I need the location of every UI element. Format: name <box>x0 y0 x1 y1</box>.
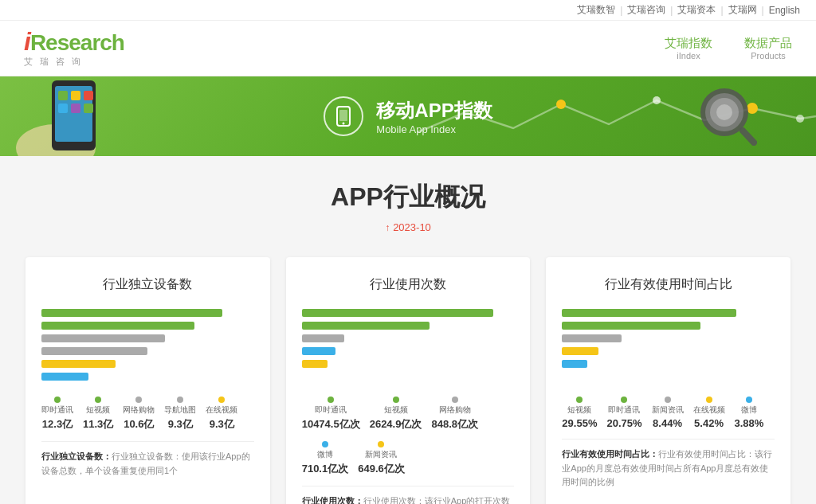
bar-6 <box>41 373 88 381</box>
value-4: 9.3亿 <box>168 417 193 432</box>
top-nav: 艾瑞数智 | 艾瑞咨询 | 艾瑞资本 | 艾瑞网 | English <box>0 0 816 21</box>
nav-sublabel-products: Products <box>744 51 792 61</box>
time-label-4: 在线视频 <box>693 404 725 416</box>
usage-value-5: 649.6亿次 <box>358 462 405 476</box>
label-5: 在线视频 <box>206 404 237 416</box>
usage-legend-5: 新闻资讯 649.6亿次 <box>358 441 405 476</box>
svg-point-12 <box>796 115 804 123</box>
value-3: 10.6亿 <box>124 417 154 432</box>
card-usage-desc: 行业使用次数：行业使用次数：该行业App的打开次数 <box>302 486 515 504</box>
svg-rect-6 <box>58 104 68 113</box>
nav-label-products: 数据产品 <box>744 36 792 51</box>
nav-label-iindex: 艾瑞指数 <box>665 36 712 51</box>
legend-item-3: 网络购物 10.6亿 <box>123 397 155 432</box>
usage-value-4: 710.1亿次 <box>302 462 349 476</box>
usage-value-2: 2624.9亿次 <box>370 417 422 432</box>
svg-rect-5 <box>84 91 93 100</box>
topnav-item-airidata[interactable]: 艾瑞数智 <box>577 3 615 17</box>
time-legend-2: 即时通讯 20.75% <box>606 397 641 429</box>
topnav-item-airiresearch[interactable]: 艾瑞咨询 <box>627 3 665 17</box>
card-devices: 行业独立设备数 即时通讯 12.3亿 短视频 11.3亿 <box>26 257 270 504</box>
legend-item-1: 即时通讯 12.3亿 <box>41 397 73 432</box>
bar-4 <box>41 347 147 355</box>
nav-item-products[interactable]: 数据产品 Products <box>744 36 792 61</box>
time-bar-5 <box>562 360 587 368</box>
topnav-item-airinet[interactable]: 艾瑞网 <box>728 3 757 17</box>
nav-item-iindex[interactable]: 艾瑞指数 iIndex <box>665 36 712 61</box>
card-devices-title: 行业独立设备数 <box>41 276 254 293</box>
time-value-1: 29.55% <box>562 417 597 429</box>
sep3: | <box>720 5 723 16</box>
label-2: 短视频 <box>86 404 110 416</box>
time-label-5: 微博 <box>741 404 757 416</box>
time-dot-3 <box>665 397 671 403</box>
time-dot-2 <box>621 397 627 403</box>
usage-desc-highlight: 行业使用次数： <box>302 496 363 504</box>
svg-rect-4 <box>71 91 80 100</box>
time-value-3: 8.44% <box>653 417 682 429</box>
time-bar-3 <box>562 334 622 342</box>
topnav-item-airicapital[interactable]: 艾瑞资本 <box>677 3 716 17</box>
bars-usage <box>302 309 515 368</box>
usage-dot-1 <box>328 397 334 403</box>
logo-i: i <box>24 27 30 56</box>
card-usage-title: 行业使用次数 <box>302 276 515 293</box>
usage-bar-5 <box>302 360 328 368</box>
legend-usage: 即时通讯 10474.5亿次 短视频 2624.9亿次 网络购物 848.8亿次… <box>302 397 515 476</box>
time-legend-5: 微博 3.88% <box>735 397 764 429</box>
sep1: | <box>620 5 622 16</box>
banner-subtitle: Mobile App Index <box>376 123 492 135</box>
legend-item-2: 短视频 11.3亿 <box>83 397 113 432</box>
logo: iResearch 艾 瑞 咨 询 <box>24 29 124 68</box>
svg-point-16 <box>716 104 732 120</box>
svg-point-10 <box>653 96 661 104</box>
usage-value-1: 10474.5亿次 <box>302 417 360 432</box>
value-5: 9.3亿 <box>210 417 234 432</box>
usage-dot-4 <box>322 441 328 447</box>
svg-rect-3 <box>58 91 68 100</box>
logo-text: iResearch <box>24 29 124 54</box>
time-value-4: 5.42% <box>694 417 724 429</box>
dot-5 <box>218 397 225 403</box>
time-legend-3: 新闻资讯 8.44% <box>652 397 684 429</box>
magnifier-decoration <box>688 80 760 154</box>
cards-row: 行业独立设备数 即时通讯 12.3亿 短视频 11.3亿 <box>26 257 790 504</box>
bar-2 <box>41 322 194 330</box>
logo-research: Research <box>30 30 124 55</box>
dot-1 <box>54 397 61 403</box>
svg-rect-19 <box>339 110 347 121</box>
time-label-3: 新闻资讯 <box>652 404 684 416</box>
usage-dot-3 <box>452 397 458 403</box>
label-3: 网络购物 <box>123 404 155 416</box>
card-time: 行业有效使用时间占比 短视频 29.55% 即时通讯 20.75% <box>546 257 790 504</box>
time-label-2: 即时通讯 <box>608 404 640 416</box>
dot-3 <box>135 397 142 403</box>
header-nav: 艾瑞指数 iIndex 数据产品 Products <box>665 36 792 61</box>
time-desc-highlight: 行业有效使用时间占比： <box>562 449 658 459</box>
usage-label-1: 即时通讯 <box>315 404 347 416</box>
sep4: | <box>762 5 764 16</box>
time-value-2: 20.75% <box>606 417 641 429</box>
time-bar-2 <box>562 322 700 330</box>
dot-2 <box>95 397 101 403</box>
page-date: 2023-10 <box>26 221 790 233</box>
time-legend-4: 在线视频 5.42% <box>693 397 725 429</box>
usage-bar-1 <box>302 309 493 317</box>
page-title: APP行业概况 <box>26 180 790 215</box>
topnav-item-english[interactable]: English <box>769 5 800 16</box>
time-dot-5 <box>746 397 752 403</box>
svg-rect-8 <box>84 104 93 113</box>
bar-1 <box>41 309 222 317</box>
dot-4 <box>177 397 183 403</box>
card-time-desc: 行业有效使用时间占比：行业有效使用时间占比：该行业App的月度总有效使用时间占所… <box>562 439 775 490</box>
desc-highlight-1: 行业独立设备数： <box>41 451 112 461</box>
usage-bar-3 <box>302 334 344 342</box>
legend-time: 短视频 29.55% 即时通讯 20.75% 新闻资讯 8.44% 在线视频 5… <box>562 397 775 429</box>
header: iResearch 艾 瑞 咨 询 艾瑞指数 iIndex 数据产品 Produ… <box>0 21 816 76</box>
usage-value-3: 848.8亿次 <box>431 417 478 432</box>
usage-bar-4 <box>302 347 336 355</box>
nav-sublabel-iindex: iIndex <box>665 51 712 61</box>
time-label-1: 短视频 <box>567 404 591 416</box>
time-legend-1: 短视频 29.55% <box>562 397 597 429</box>
banner-title: 移动APP指数 <box>376 98 492 123</box>
